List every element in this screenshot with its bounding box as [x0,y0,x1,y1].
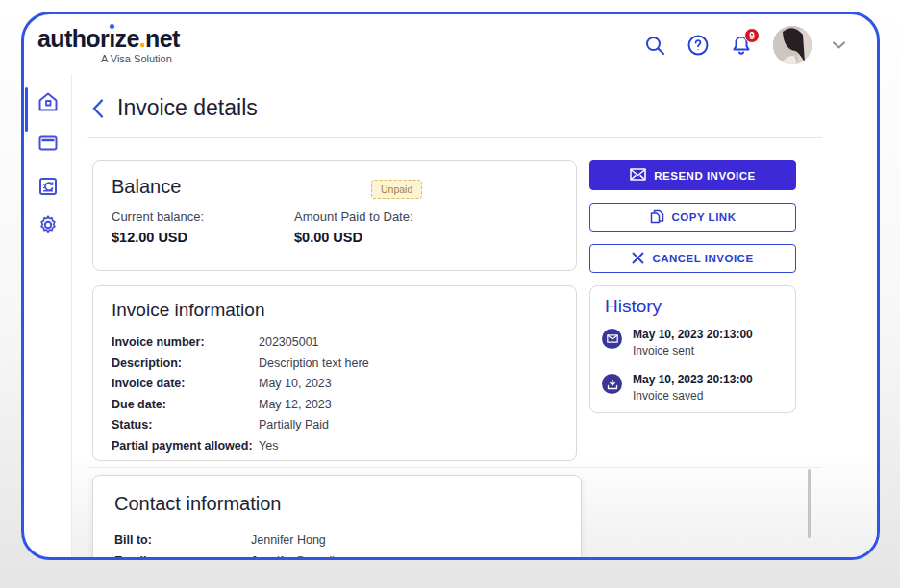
invoice-information-rows: Invoice number: 202305001 Description: D… [112,332,566,456]
amount-paid-value: $0.00 USD [294,230,413,245]
sidebar-item-virtual-terminal[interactable] [24,174,72,203]
history-event-timestamp: May 10, 2023 20:13:00 [633,374,753,386]
search-icon[interactable] [643,34,666,57]
history-title: History [605,296,662,317]
invoice-date-row: Invoice date: May 10, 2023 [112,374,566,395]
envelope-circle-icon [602,329,622,349]
scrollbar-thumb[interactable] [808,469,811,538]
main-content: Invoice details Balance Unpaid Current b… [72,74,877,557]
close-x-icon [632,252,644,266]
app-header: authorıze.net A Visa Solution [24,14,877,74]
logo-i-dot [110,24,114,29]
sidebar-nav [24,74,72,557]
resend-invoice-label: RESEND INVOICE [654,170,755,182]
page-title: Invoice details [117,95,258,121]
description-row: Description: Description text here [112,354,566,375]
contact-information-title: Contact information [114,493,281,515]
contact-information-rows: Bill to: Jennifer Hong Email: Jennifer@g… [114,529,361,560]
copy-link-label: COPY LINK [672,211,737,223]
page-header: Invoice details [91,95,258,121]
sidebar-item-payments[interactable] [24,131,72,159]
email-row: Email: Jennifer@gmail.com [114,551,361,560]
terminal-refresh-icon [37,175,60,202]
home-icon [37,90,60,117]
credit-card-icon [37,132,60,159]
bill-to-row: Bill to: Jennifer Hong [114,529,361,551]
history-event-sent: May 10, 2023 20:13:00 Invoice sent [602,329,753,357]
notification-count-badge: 9 [744,28,760,43]
copy-link-button[interactable]: COPY LINK [589,203,796,232]
title-divider [87,137,822,138]
sidebar-item-settings[interactable] [24,212,72,241]
balance-card: Balance Unpaid Current balance: $12.00 U… [92,160,577,271]
history-event-description: Invoice sent [633,344,753,357]
history-timeline: May 10, 2023 20:13:00 Invoice sent [602,329,753,403]
help-icon[interactable] [687,34,710,57]
notifications-bell-icon[interactable]: 9 [730,34,753,57]
current-balance-field: Current balance: $12.00 USD [112,209,204,245]
history-event-saved: May 10, 2023 20:13:00 Invoice saved [602,374,753,403]
invoice-information-title: Invoice information [112,300,264,321]
status-badge: Unpaid [371,180,422,199]
invoice-information-card: Invoice information Invoice number: 2023… [92,285,577,461]
user-avatar[interactable] [773,26,812,64]
logo-tagline: A Visa Solution [101,54,180,64]
chevron-down-icon[interactable] [832,40,846,50]
current-balance-value: $12.00 USD [112,230,204,245]
invoice-actions: RESEND INVOICE COPY LINK [589,160,796,285]
logo-wordmark: authorıze.net [38,27,180,51]
balance-card-title: Balance [112,176,181,198]
history-card: History May 10, 2023 20:13:00 Invoice se… [589,285,796,413]
save-circle-icon [602,374,622,394]
gear-icon [37,213,60,240]
invoice-number-row: Invoice number: 202305001 [112,332,566,354]
cancel-invoice-button[interactable]: CANCEL INVOICE [589,244,796,273]
header-actions: 9 [643,26,846,64]
section-divider [87,467,822,468]
contact-information-card: Contact information Bill to: Jennifer Ho… [92,475,582,560]
timeline-connector [612,358,753,373]
amount-paid-label: Amount Paid to Date: [294,209,413,224]
history-event-timestamp: May 10, 2023 20:13:00 [633,329,753,341]
partial-payment-row: Partial payment allowed: Yes [112,436,566,457]
sidebar-item-home[interactable] [24,89,72,118]
back-chevron-icon[interactable] [91,98,105,119]
copy-icon [650,209,664,226]
resend-invoice-button[interactable]: RESEND INVOICE [589,160,796,190]
authorizenet-logo[interactable]: authorıze.net A Visa Solution [38,27,180,64]
history-event-description: Invoice saved [633,389,753,403]
due-date-row: Due date: May 12, 2023 [112,395,566,416]
cancel-invoice-label: CANCEL INVOICE [652,253,753,264]
amount-paid-field: Amount Paid to Date: $0.00 USD [294,209,413,245]
current-balance-label: Current balance: [112,209,204,224]
status-row: Status: Partially Paid [112,415,566,436]
app-window: authorıze.net A Visa Solution [21,12,880,560]
envelope-icon [630,168,646,183]
